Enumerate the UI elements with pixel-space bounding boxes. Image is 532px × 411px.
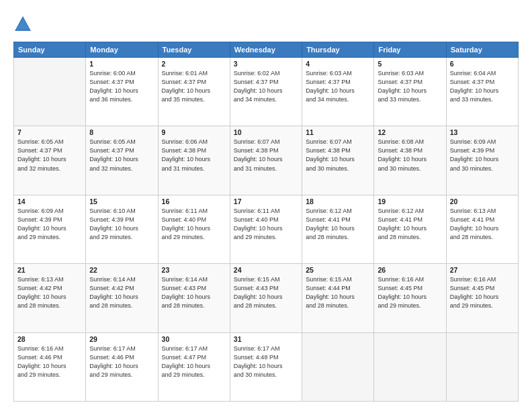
day-number: 24 bbox=[234, 266, 298, 274]
calendar-cell: 24Sunrise: 6:15 AMSunset: 4:43 PMDayligh… bbox=[230, 264, 302, 332]
calendar-cell: 1Sunrise: 6:00 AMSunset: 4:37 PMDaylight… bbox=[86, 58, 158, 126]
calendar-cell: 20Sunrise: 6:13 AMSunset: 4:41 PMDayligh… bbox=[446, 195, 518, 263]
day-info: Sunrise: 6:15 AMSunset: 4:44 PMDaylight:… bbox=[306, 275, 370, 310]
calendar-week-3: 14Sunrise: 6:09 AMSunset: 4:39 PMDayligh… bbox=[14, 195, 519, 263]
calendar-header-row: SundayMondayTuesdayWednesdayThursdayFrid… bbox=[14, 42, 519, 58]
day-number: 10 bbox=[234, 128, 298, 136]
logo bbox=[13, 15, 35, 34]
calendar-cell bbox=[374, 332, 446, 401]
day-number: 30 bbox=[162, 335, 226, 343]
calendar-header-tuesday: Tuesday bbox=[158, 42, 230, 58]
calendar-cell: 15Sunrise: 6:10 AMSunset: 4:39 PMDayligh… bbox=[86, 195, 158, 263]
day-info: Sunrise: 6:16 AMSunset: 4:46 PMDaylight:… bbox=[17, 345, 82, 379]
calendar-cell: 16Sunrise: 6:11 AMSunset: 4:40 PMDayligh… bbox=[158, 195, 230, 263]
day-number: 7 bbox=[17, 128, 82, 136]
day-number: 13 bbox=[450, 128, 515, 136]
day-info: Sunrise: 6:10 AMSunset: 4:39 PMDaylight:… bbox=[89, 207, 154, 242]
calendar-cell: 18Sunrise: 6:12 AMSunset: 4:41 PMDayligh… bbox=[302, 195, 374, 263]
calendar-cell: 10Sunrise: 6:07 AMSunset: 4:38 PMDayligh… bbox=[230, 126, 302, 195]
day-info: Sunrise: 6:07 AMSunset: 4:38 PMDaylight:… bbox=[234, 138, 298, 173]
calendar-header-monday: Monday bbox=[86, 42, 158, 58]
calendar-header-friday: Friday bbox=[374, 42, 446, 58]
calendar-cell: 13Sunrise: 6:09 AMSunset: 4:39 PMDayligh… bbox=[446, 126, 518, 195]
day-info: Sunrise: 6:11 AMSunset: 4:40 PMDaylight:… bbox=[162, 207, 226, 242]
day-info: Sunrise: 6:08 AMSunset: 4:38 PMDaylight:… bbox=[378, 138, 442, 173]
day-number: 9 bbox=[162, 128, 226, 136]
logo-icon bbox=[13, 15, 32, 34]
calendar-cell: 25Sunrise: 6:15 AMSunset: 4:44 PMDayligh… bbox=[302, 264, 374, 332]
day-info: Sunrise: 6:17 AMSunset: 4:47 PMDaylight:… bbox=[162, 345, 226, 379]
day-number: 4 bbox=[306, 60, 370, 68]
calendar-header-wednesday: Wednesday bbox=[230, 42, 302, 58]
calendar-cell bbox=[446, 332, 518, 401]
day-info: Sunrise: 6:09 AMSunset: 4:39 PMDaylight:… bbox=[450, 138, 515, 173]
calendar-cell bbox=[14, 58, 86, 126]
day-number: 23 bbox=[162, 266, 226, 274]
calendar-week-2: 7Sunrise: 6:05 AMSunset: 4:37 PMDaylight… bbox=[14, 126, 519, 195]
day-number: 6 bbox=[450, 60, 515, 68]
day-number: 18 bbox=[306, 197, 370, 205]
day-info: Sunrise: 6:13 AMSunset: 4:42 PMDaylight:… bbox=[17, 275, 82, 310]
day-number: 12 bbox=[378, 128, 442, 136]
calendar-cell: 2Sunrise: 6:01 AMSunset: 4:37 PMDaylight… bbox=[158, 58, 230, 126]
calendar-cell: 17Sunrise: 6:11 AMSunset: 4:40 PMDayligh… bbox=[230, 195, 302, 263]
day-info: Sunrise: 6:17 AMSunset: 4:46 PMDaylight:… bbox=[89, 345, 154, 379]
day-info: Sunrise: 6:00 AMSunset: 4:37 PMDaylight:… bbox=[89, 69, 154, 104]
calendar-cell: 14Sunrise: 6:09 AMSunset: 4:39 PMDayligh… bbox=[14, 195, 86, 263]
day-number: 11 bbox=[306, 128, 370, 136]
calendar-cell: 12Sunrise: 6:08 AMSunset: 4:38 PMDayligh… bbox=[374, 126, 446, 195]
calendar-week-1: 1Sunrise: 6:00 AMSunset: 4:37 PMDaylight… bbox=[14, 58, 519, 126]
calendar-week-4: 21Sunrise: 6:13 AMSunset: 4:42 PMDayligh… bbox=[14, 264, 519, 332]
day-info: Sunrise: 6:13 AMSunset: 4:41 PMDaylight:… bbox=[450, 207, 515, 242]
calendar-cell: 30Sunrise: 6:17 AMSunset: 4:47 PMDayligh… bbox=[158, 332, 230, 401]
day-number: 22 bbox=[89, 266, 154, 274]
calendar-cell: 11Sunrise: 6:07 AMSunset: 4:38 PMDayligh… bbox=[302, 126, 374, 195]
day-info: Sunrise: 6:03 AMSunset: 4:37 PMDaylight:… bbox=[378, 69, 442, 104]
day-number: 27 bbox=[450, 266, 515, 274]
day-number: 8 bbox=[89, 128, 154, 136]
day-info: Sunrise: 6:17 AMSunset: 4:48 PMDaylight:… bbox=[234, 345, 298, 379]
day-number: 5 bbox=[378, 60, 442, 68]
calendar-cell: 27Sunrise: 6:16 AMSunset: 4:45 PMDayligh… bbox=[446, 264, 518, 332]
day-info: Sunrise: 6:01 AMSunset: 4:37 PMDaylight:… bbox=[162, 69, 226, 104]
day-number: 21 bbox=[17, 266, 82, 274]
day-number: 19 bbox=[378, 197, 442, 205]
header bbox=[13, 12, 519, 34]
day-number: 28 bbox=[17, 335, 82, 343]
svg-marker-1 bbox=[16, 19, 30, 30]
calendar-cell: 26Sunrise: 6:16 AMSunset: 4:45 PMDayligh… bbox=[374, 264, 446, 332]
calendar-cell: 22Sunrise: 6:14 AMSunset: 4:42 PMDayligh… bbox=[86, 264, 158, 332]
day-info: Sunrise: 6:05 AMSunset: 4:37 PMDaylight:… bbox=[17, 138, 82, 173]
day-number: 16 bbox=[162, 197, 226, 205]
calendar-header-thursday: Thursday bbox=[302, 42, 374, 58]
day-number: 26 bbox=[378, 266, 442, 274]
day-info: Sunrise: 6:16 AMSunset: 4:45 PMDaylight:… bbox=[378, 275, 442, 310]
day-info: Sunrise: 6:14 AMSunset: 4:43 PMDaylight:… bbox=[162, 275, 226, 310]
day-number: 2 bbox=[162, 60, 226, 68]
day-info: Sunrise: 6:05 AMSunset: 4:37 PMDaylight:… bbox=[89, 138, 154, 173]
day-number: 29 bbox=[89, 335, 154, 343]
calendar-cell: 3Sunrise: 6:02 AMSunset: 4:37 PMDaylight… bbox=[230, 58, 302, 126]
calendar-cell: 23Sunrise: 6:14 AMSunset: 4:43 PMDayligh… bbox=[158, 264, 230, 332]
day-info: Sunrise: 6:15 AMSunset: 4:43 PMDaylight:… bbox=[234, 275, 298, 310]
day-info: Sunrise: 6:11 AMSunset: 4:40 PMDaylight:… bbox=[234, 207, 298, 242]
calendar-header-saturday: Saturday bbox=[446, 42, 518, 58]
calendar-cell: 5Sunrise: 6:03 AMSunset: 4:37 PMDaylight… bbox=[374, 58, 446, 126]
calendar-cell: 28Sunrise: 6:16 AMSunset: 4:46 PMDayligh… bbox=[14, 332, 86, 401]
day-number: 31 bbox=[234, 335, 298, 343]
calendar-cell: 21Sunrise: 6:13 AMSunset: 4:42 PMDayligh… bbox=[14, 264, 86, 332]
day-info: Sunrise: 6:09 AMSunset: 4:39 PMDaylight:… bbox=[17, 207, 82, 242]
day-number: 15 bbox=[89, 197, 154, 205]
day-info: Sunrise: 6:12 AMSunset: 4:41 PMDaylight:… bbox=[378, 207, 442, 242]
calendar-cell: 7Sunrise: 6:05 AMSunset: 4:37 PMDaylight… bbox=[14, 126, 86, 195]
day-info: Sunrise: 6:06 AMSunset: 4:38 PMDaylight:… bbox=[162, 138, 226, 173]
calendar-cell: 31Sunrise: 6:17 AMSunset: 4:48 PMDayligh… bbox=[230, 332, 302, 401]
day-info: Sunrise: 6:03 AMSunset: 4:37 PMDaylight:… bbox=[306, 69, 370, 104]
day-info: Sunrise: 6:04 AMSunset: 4:37 PMDaylight:… bbox=[450, 69, 515, 104]
day-info: Sunrise: 6:14 AMSunset: 4:42 PMDaylight:… bbox=[89, 275, 154, 310]
calendar-cell bbox=[302, 332, 374, 401]
calendar-table: SundayMondayTuesdayWednesdayThursdayFrid… bbox=[13, 42, 519, 402]
calendar-cell: 6Sunrise: 6:04 AMSunset: 4:37 PMDaylight… bbox=[446, 58, 518, 126]
calendar-week-5: 28Sunrise: 6:16 AMSunset: 4:46 PMDayligh… bbox=[14, 332, 519, 401]
page: SundayMondayTuesdayWednesdayThursdayFrid… bbox=[0, 0, 532, 411]
